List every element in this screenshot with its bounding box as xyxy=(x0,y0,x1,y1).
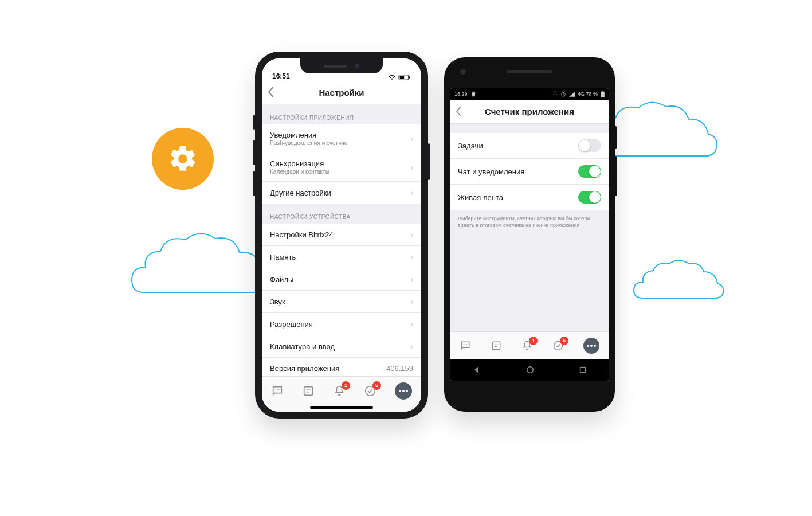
counter-row-tasks[interactable]: Задачи xyxy=(450,133,609,159)
svg-point-20 xyxy=(527,367,534,373)
gear-icon xyxy=(152,128,214,190)
feed-icon xyxy=(491,340,502,351)
back-button[interactable] xyxy=(268,87,274,99)
section-header-device: НАСТРОЙКИ УСТРОЙСТВА xyxy=(262,204,421,224)
tasks-badge: 5 xyxy=(372,381,381,390)
chevron-right-icon: › xyxy=(410,252,413,261)
cell-title: Память xyxy=(270,253,296,261)
tab-feed[interactable] xyxy=(302,385,315,397)
toggle-feed[interactable] xyxy=(578,191,601,204)
more-icon xyxy=(583,338,599,354)
svg-point-4 xyxy=(277,389,278,390)
alarm-icon xyxy=(560,91,566,97)
cell-title: Клавиатура и ввод xyxy=(270,342,335,351)
cell-title: Разрешения xyxy=(270,320,313,329)
back-button[interactable] xyxy=(456,106,461,118)
feed-icon xyxy=(302,385,315,397)
cell-title: Другие настройки xyxy=(270,189,331,197)
svg-point-15 xyxy=(466,344,468,345)
nav-bar: Настройки xyxy=(262,81,421,104)
settings-row-other[interactable]: Другие настройки › xyxy=(262,182,421,204)
chevron-right-icon: › xyxy=(410,188,413,197)
svg-rect-16 xyxy=(492,342,500,349)
status-time: 16:29 xyxy=(454,91,468,97)
svg-rect-11 xyxy=(601,92,605,97)
status-network: 4G 78 % xyxy=(578,91,598,97)
chevron-right-icon: › xyxy=(410,275,413,284)
tab-tasks[interactable]: 5 xyxy=(552,340,564,351)
cell-subtitle: Push-уведомления и счетчик xyxy=(270,140,347,146)
cell-title: Синхронизация xyxy=(270,159,329,168)
cell-subtitle: Календари и контакты xyxy=(270,169,329,175)
android-status-bar: 16:29 4G 78 % xyxy=(450,88,609,100)
cell-title: Файлы xyxy=(270,275,293,284)
settings-row-notifications[interactable]: Уведомления Push-уведомления и счетчик › xyxy=(262,124,421,153)
nav-home-icon[interactable] xyxy=(526,366,534,374)
tab-feed[interactable] xyxy=(491,340,502,351)
settings-row-sync[interactable]: Синхронизация Календари и контакты › xyxy=(262,153,421,182)
trash-icon xyxy=(471,91,476,97)
chevron-right-icon: › xyxy=(410,319,413,329)
svg-rect-21 xyxy=(580,368,586,373)
battery-icon xyxy=(601,91,605,97)
counter-row-chat[interactable]: Чат и уведомления xyxy=(450,159,609,185)
svg-rect-1 xyxy=(409,76,410,78)
svg-point-3 xyxy=(275,389,276,390)
chat-icon xyxy=(460,340,471,351)
settings-row-permissions[interactable]: Разрешения › xyxy=(262,313,421,335)
settings-row-bitrix24[interactable]: Настройки Bitrix24 › xyxy=(262,224,421,246)
nav-back-icon[interactable] xyxy=(472,365,481,374)
notification-badge: 1 xyxy=(529,337,538,345)
settings-row-keyboard[interactable]: Клавиатура и ввод › xyxy=(262,335,421,358)
notification-badge: 1 xyxy=(342,381,350,390)
cell-title: Звук xyxy=(270,298,285,306)
svg-point-5 xyxy=(278,389,280,390)
toggle-tasks[interactable] xyxy=(578,139,601,152)
tab-tasks[interactable]: 5 xyxy=(364,385,376,397)
settings-row-version[interactable]: Версия приложения 406.159 xyxy=(262,358,421,376)
cell-value: 406.159 xyxy=(386,364,413,373)
svg-rect-2 xyxy=(400,76,405,79)
counter-row-feed[interactable]: Живая лента xyxy=(450,185,609,210)
chevron-right-icon: › xyxy=(410,163,413,172)
tab-notifications[interactable]: 1 xyxy=(521,340,533,351)
tab-more[interactable] xyxy=(395,382,412,400)
cell-title: Задачи xyxy=(458,142,483,150)
android-nav-bar xyxy=(450,359,609,381)
settings-row-memory[interactable]: Память › xyxy=(262,246,421,268)
bell-icon xyxy=(552,91,558,97)
cell-title: Живая лента xyxy=(458,193,503,202)
signal-icon xyxy=(569,92,575,97)
tab-chat[interactable] xyxy=(460,340,471,351)
settings-row-files[interactable]: Файлы › xyxy=(262,268,421,291)
svg-point-14 xyxy=(465,344,466,345)
wifi-icon xyxy=(388,75,396,80)
cell-title: Чат и уведомления xyxy=(458,167,524,176)
more-icon xyxy=(395,382,412,400)
bottom-tab-bar: 1 5 xyxy=(262,376,421,412)
chevron-right-icon: › xyxy=(410,230,413,239)
svg-point-13 xyxy=(464,344,465,345)
chevron-right-icon: › xyxy=(410,297,413,306)
android-device-frame: 16:29 4G 78 % Счетчик приложения xyxy=(444,57,615,412)
tab-chat[interactable] xyxy=(271,385,284,397)
nav-recent-icon[interactable] xyxy=(579,366,587,374)
chat-icon xyxy=(271,385,284,397)
section-header-app: НАСТРОЙКИ ПРИЛОЖЕНИЯ xyxy=(262,104,421,124)
svg-rect-12 xyxy=(602,91,603,92)
battery-icon xyxy=(398,75,411,80)
cell-title: Версия приложения xyxy=(270,364,339,373)
nav-bar: Счетчик приложения xyxy=(450,100,609,124)
cloud-decoration xyxy=(630,252,728,310)
svg-rect-6 xyxy=(304,386,313,395)
nav-title: Настройки xyxy=(319,88,364,97)
status-time: 16:51 xyxy=(272,72,290,80)
tab-notifications[interactable]: 1 xyxy=(333,385,346,397)
home-indicator xyxy=(310,406,373,409)
bottom-tab-bar: 1 5 xyxy=(450,331,609,359)
toggle-chat[interactable] xyxy=(578,165,601,178)
helper-text: Выберите инструменты, счетчик которых вы… xyxy=(450,210,609,233)
settings-row-sound[interactable]: Звук › xyxy=(262,291,421,313)
tasks-badge: 5 xyxy=(560,337,568,345)
tab-more[interactable] xyxy=(583,338,599,354)
